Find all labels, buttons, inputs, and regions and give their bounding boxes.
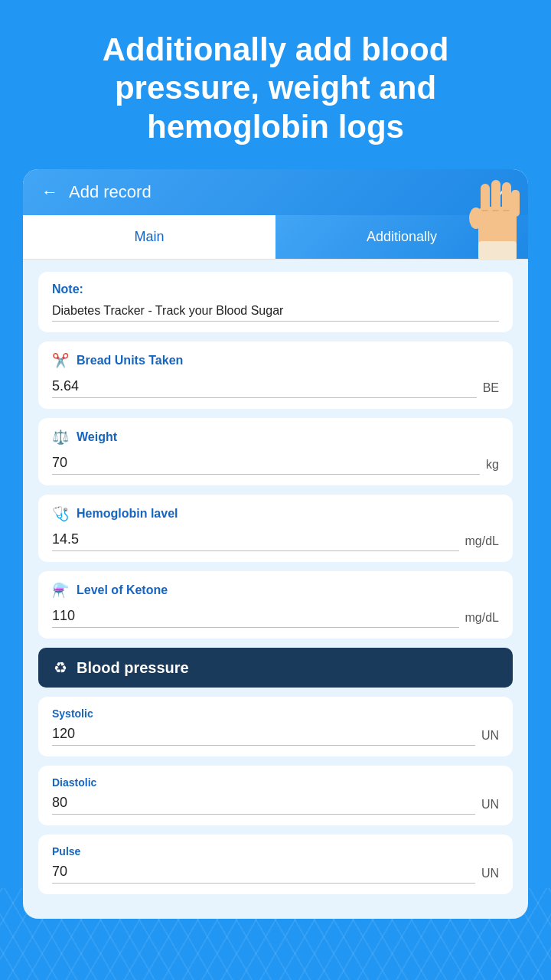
diastolic-unit: UN — [481, 798, 499, 815]
tab-additionally[interactable]: Additionally — [276, 215, 528, 259]
weight-section: ⚖️ Weight kg — [38, 418, 513, 485]
blood-pressure-header: ♻ Blood pressure — [38, 648, 513, 688]
blood-pressure-title: Blood pressure — [77, 659, 189, 677]
hemoglobin-label: 🩺 Hemoglobin lavel — [52, 505, 499, 522]
note-input[interactable] — [52, 301, 499, 322]
note-label: Note: — [52, 283, 499, 296]
hemoglobin-icon: 🩺 — [52, 505, 69, 522]
confirm-button[interactable]: ✓ — [494, 181, 510, 203]
bread-units-label: ✂️ Bread Units Taken — [52, 352, 499, 369]
bread-units-icon: ✂️ — [52, 352, 69, 369]
hemoglobin-input[interactable] — [52, 528, 459, 551]
diastolic-label: Diastolic — [52, 776, 499, 789]
ketone-icon: ⚗️ — [52, 582, 69, 599]
tab-bar: Main Additionally — [23, 215, 528, 260]
weight-input[interactable] — [52, 452, 480, 475]
pulse-label: Pulse — [52, 845, 499, 858]
diastolic-input[interactable] — [52, 792, 475, 815]
systolic-section: Systolic UN — [38, 697, 513, 756]
main-card: ← Add record ✓ Main Additionally Note: ✂… — [23, 169, 528, 919]
hero-title: Additionally add blood pressure, weight … — [0, 0, 551, 169]
hemoglobin-section: 🩺 Hemoglobin lavel mg/dL — [38, 495, 513, 562]
weight-icon: ⚖️ — [52, 429, 69, 446]
systolic-label: Systolic — [52, 707, 499, 720]
blood-pressure-icon: ♻ — [54, 658, 67, 677]
pulse-input-row: UN — [52, 861, 499, 884]
hemoglobin-input-row: mg/dL — [52, 528, 499, 551]
diastolic-input-row: UN — [52, 792, 499, 815]
ketone-unit: mg/dL — [465, 611, 499, 628]
weight-label: ⚖️ Weight — [52, 429, 499, 446]
ketone-section: ⚗️ Level of Ketone mg/dL — [38, 571, 513, 639]
systolic-input[interactable] — [52, 723, 475, 746]
card-body: Note: ✂️ Bread Units Taken BE ⚖️ Weight … — [23, 260, 528, 919]
header-left: ← Add record — [41, 182, 152, 202]
bread-units-section: ✂️ Bread Units Taken BE — [38, 341, 513, 409]
tab-main[interactable]: Main — [23, 215, 276, 259]
pulse-input[interactable] — [52, 861, 475, 884]
bread-units-input[interactable] — [52, 375, 477, 398]
systolic-unit: UN — [481, 729, 499, 746]
note-section: Note: — [38, 272, 513, 332]
card-header: ← Add record ✓ — [23, 169, 528, 215]
systolic-input-row: UN — [52, 723, 499, 746]
diastolic-section: Diastolic UN — [38, 766, 513, 825]
back-button[interactable]: ← — [41, 182, 58, 202]
pulse-unit: UN — [481, 867, 499, 884]
bread-units-input-row: BE — [52, 375, 499, 398]
bread-units-unit: BE — [483, 381, 499, 398]
weight-unit: kg — [486, 458, 499, 475]
ketone-input-row: mg/dL — [52, 605, 499, 628]
pulse-section: Pulse UN — [38, 835, 513, 894]
hemoglobin-unit: mg/dL — [465, 534, 499, 551]
header-title: Add record — [69, 182, 152, 202]
weight-input-row: kg — [52, 452, 499, 475]
ketone-label: ⚗️ Level of Ketone — [52, 582, 499, 599]
ketone-input[interactable] — [52, 605, 459, 628]
